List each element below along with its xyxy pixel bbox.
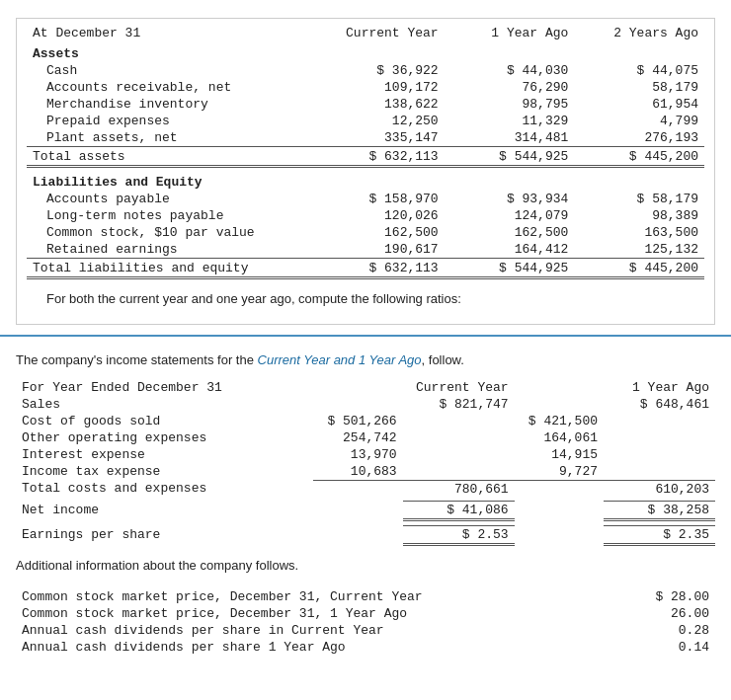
total-liabilities-1ya: $ 544,925 [445,258,575,277]
bs-asset-row: Merchandise inventory 138,622 98,795 61,… [27,96,704,113]
bs-assets-header: Assets [27,42,704,62]
liabilities-label: Liabilities and Equity [27,171,314,191]
asset-1ya: 11,329 [445,113,575,129]
ai-label: Annual cash dividends per share 1 Year A… [16,639,619,656]
balance-sheet-narrative: For both the current year and one year a… [27,279,704,314]
asset-cy: 12,250 [314,113,445,129]
total-assets-1ya: $ 544,925 [445,147,575,167]
liability-1ya: $ 93,934 [445,191,575,207]
is-total-costs-sub2 [515,480,604,498]
is-cost-ya [604,413,715,429]
asset-1ya: 314,481 [445,129,575,147]
is-cost-cy [403,463,515,481]
liability-1ya: 164,412 [445,241,575,259]
bs-header-label: At December 31 [27,25,314,42]
total-assets-label: Total assets [27,147,314,167]
is-eps-label: Earnings per share [16,526,313,545]
bs-liability-row: Retained earnings 190,617 164,412 125,13… [27,241,704,259]
total-assets-cy: $ 632,113 [314,147,445,167]
is-cost-label: Income tax expense [16,463,313,481]
asset-2ya: 4,799 [574,113,704,129]
liability-cy: 162,500 [314,224,445,241]
is-ni-ya: $ 38,258 [604,502,715,520]
is-total-costs-row: Total costs and expenses 780,661 610,203 [16,480,715,498]
bs-asset-row: Prepaid expenses 12,250 11,329 4,799 [27,113,704,129]
is-cost-cy [403,429,515,446]
is-cost-ya [604,463,715,481]
asset-label: Accounts receivable, net [27,79,314,96]
asset-label: Plant assets, net [27,129,314,147]
is-cost-sub2: $ 421,500 [515,413,604,429]
is-cost-sub1: $ 501,266 [313,413,402,429]
is-total-costs-ya: 610,203 [604,480,715,498]
is-cost-sub2: 14,915 [515,446,604,463]
asset-1ya: 98,795 [445,96,575,113]
is-ni-sub2 [515,502,604,520]
is-header-sub1 [313,379,402,396]
asset-1ya: $ 44,030 [445,62,575,79]
total-liabilities-2ya: $ 445,200 [574,258,704,277]
income-statement-section: For Year Ended December 31 Current Year … [0,375,731,551]
is-sales-row: Sales $ 821,747 $ 648,461 [16,396,715,413]
asset-1ya: 76,290 [445,79,575,96]
ai-row: Annual cash dividends per share 1 Year A… [16,639,715,656]
additional-info-title: Additional information about the company… [0,550,731,579]
is-eps-sub2 [515,526,604,545]
is-header-cy: Current Year [403,379,515,396]
is-cost-ya [604,429,715,446]
ai-value: 0.14 [619,639,715,656]
asset-cy: 335,147 [314,129,445,147]
asset-label: Merchandise inventory [27,96,314,113]
is-sales-sub2 [515,396,604,413]
is-eps-cy: $ 2.53 [403,526,515,545]
is-cost-sub1: 254,742 [313,429,402,446]
bs-asset-row: Accounts receivable, net 109,172 76,290 … [27,79,704,96]
is-cost-sub1: 13,970 [313,446,402,463]
ai-value: $ 28.00 [619,588,715,605]
total-assets-2ya: $ 445,200 [574,147,704,167]
liability-2ya: 98,389 [574,207,704,224]
assets-label: Assets [27,42,314,62]
income-intro-text: The company's income statements for the [16,352,258,367]
additional-info-table: Common stock market price, December 31, … [16,588,715,656]
is-cost-row: Interest expense 13,970 14,915 [16,446,715,463]
liability-label: Long-term notes payable [27,207,314,224]
is-cost-ya [604,446,715,463]
asset-2ya: 58,179 [574,79,704,96]
liability-cy: 190,617 [314,241,445,259]
is-cost-row: Income tax expense 10,683 9,727 [16,463,715,481]
bs-header-1ya: 1 Year Ago [445,25,575,42]
is-ni-cy: $ 41,086 [403,502,515,520]
is-sales-sub1 [313,396,402,413]
total-liabilities-label: Total liabilities and equity [27,258,314,277]
balance-sheet-container: At December 31 Current Year 1 Year Ago 2… [16,18,715,325]
liability-label: Common stock, $10 par value [27,224,314,241]
bs-liability-row: Long-term notes payable 120,026 124,079 … [27,207,704,224]
is-net-income-row: Net income $ 41,086 $ 38,258 [16,502,715,520]
total-liabilities-cy: $ 632,113 [314,258,445,277]
liability-label: Accounts payable [27,191,314,207]
bs-liability-row: Common stock, $10 par value 162,500 162,… [27,224,704,241]
is-cost-cy [403,446,515,463]
is-total-costs-cy: 780,661 [403,480,515,498]
ai-label: Common stock market price, December 31, … [16,605,619,622]
is-eps-sub1 [313,526,402,545]
asset-cy: $ 36,922 [314,62,445,79]
ai-label: Annual cash dividends per share in Curre… [16,622,619,639]
ai-label: Common stock market price, December 31, … [16,588,619,605]
ai-value: 0.28 [619,622,715,639]
ai-value: 26.00 [619,605,715,622]
is-cost-sub1: 10,683 [313,463,402,481]
liability-2ya: 163,500 [574,224,704,241]
asset-2ya: 276,193 [574,129,704,147]
is-total-costs-label: Total costs and expenses [16,480,313,498]
asset-label: Cash [27,62,314,79]
is-cost-cy [403,413,515,429]
bs-header-2ya: 2 Years Ago [574,25,704,42]
liability-1ya: 124,079 [445,207,575,224]
bs-asset-row: Plant assets, net 335,147 314,481 276,19… [27,129,704,147]
income-intro-highlight: Current Year and 1 Year Ago [258,352,422,367]
is-cost-label: Interest expense [16,446,313,463]
is-ni-label: Net income [16,502,313,520]
balance-sheet-table: At December 31 Current Year 1 Year Ago 2… [27,25,704,279]
